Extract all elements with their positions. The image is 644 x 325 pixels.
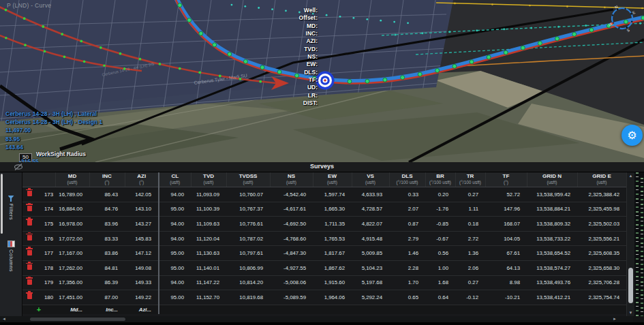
cell-tvd[interactable]: 11,130.63	[191, 246, 226, 261]
cell-dls[interactable]: 1.70	[389, 275, 425, 290]
cell-tvd[interactable]: 11,147.22	[191, 275, 226, 290]
cell-azi[interactable]: 147.12	[125, 246, 159, 261]
cell-cl[interactable]: 95.00	[159, 260, 191, 275]
cell-grid-e[interactable]: 2,325,556.21	[577, 231, 626, 246]
scroll-down-arrow[interactable]: ▼	[627, 311, 634, 315]
settings-button[interactable]: ⚙	[622, 125, 643, 146]
cell-azi[interactable]: 142.05	[125, 187, 159, 202]
delete-row-icon[interactable]	[27, 264, 32, 270]
cell-grid-e[interactable]: 2,325,658.30	[577, 260, 626, 275]
cell-tr[interactable]: 1.36	[455, 246, 485, 261]
delete-row-icon[interactable]	[27, 250, 32, 256]
cell-grid-e[interactable]: 2,325,455.98	[577, 202, 626, 217]
column-header-tr[interactable]: TR(°/100 usft)	[455, 172, 485, 187]
delete-row-icon[interactable]	[27, 294, 32, 299]
cell-vs[interactable]: 4,822.07	[352, 217, 389, 232]
cell-br[interactable]: 1.68	[425, 275, 455, 290]
cell-grid-n[interactable]: 13,538,809.32	[527, 217, 577, 232]
cell-tf[interactable]: 52.72	[485, 187, 527, 202]
column-header-grid-n[interactable]: GRID N(usft)	[527, 172, 577, 187]
filters-tab[interactable]: Filters	[0, 196, 22, 220]
column-header-dls[interactable]: DLS(°/100 usft)	[389, 172, 425, 187]
cell-ew[interactable]: 1,915.60	[313, 275, 352, 290]
cell-br[interactable]: -1.76	[425, 202, 455, 217]
delete-row-icon[interactable]	[27, 279, 32, 285]
cell-tvdss[interactable]: 10,787.02	[226, 231, 270, 246]
cell-ew[interactable]: 1,867.62	[313, 260, 352, 275]
new-row-input-azi[interactable]: Azi...	[125, 305, 159, 314]
cell-cl[interactable]: 94.00	[159, 231, 191, 246]
cell-tvdss[interactable]: 10,760.07	[226, 187, 270, 202]
cell-grid-n[interactable]: 13,538,412.21	[527, 290, 577, 305]
new-row-input-md[interactable]: Md...	[55, 305, 89, 314]
cell-vs[interactable]: 5,104.23	[352, 260, 389, 275]
cell-ew[interactable]: 1,964.06	[313, 290, 352, 305]
columns-tab[interactable]: Columns	[0, 241, 22, 272]
cell-br[interactable]: 0.56	[425, 246, 455, 261]
cell-tf[interactable]: -10.21	[485, 290, 527, 305]
cell-tf[interactable]: 67.61	[485, 246, 527, 261]
cell-tvd[interactable]: 11,152.70	[191, 290, 226, 305]
cell-ns[interactable]: -4,692.50	[270, 217, 313, 232]
vertical-scrollbar[interactable]: ▲ ▼	[626, 172, 634, 316]
column-header-cl[interactable]: CL(usft)	[159, 172, 191, 187]
cell-dls[interactable]: 0.33	[389, 187, 425, 202]
cell-dls[interactable]: 2.79	[389, 231, 425, 246]
cell-tvdss[interactable]: 10,776.61	[226, 217, 270, 232]
cell-tr[interactable]: 0.18	[455, 217, 485, 232]
column-header-br[interactable]: BR(°/100 usft)	[425, 172, 455, 187]
cell-dls[interactable]: 0.87	[389, 217, 425, 232]
cell-grid-n[interactable]: 13,538,733.22	[527, 231, 577, 246]
cell-tf[interactable]: 64.13	[485, 260, 527, 275]
cell-vs[interactable]: 4,633.93	[352, 187, 389, 202]
cell-vs[interactable]: 4,728.57	[352, 202, 389, 217]
cell-tr[interactable]: 2.06	[455, 260, 485, 275]
cell-dls[interactable]: 1.46	[389, 246, 425, 261]
3d-viewport[interactable]: Cerberus Tyler - Marli SU Cerberus 14-28…	[0, 0, 644, 162]
cell-vs[interactable]: 4,915.48	[352, 231, 389, 246]
cell-dls[interactable]: 2.07	[389, 202, 425, 217]
cell-br[interactable]: -0.85	[425, 217, 455, 232]
horizontal-scroll-thumb[interactable]	[30, 318, 125, 321]
cell-grid-n[interactable]: 13,538,959.42	[527, 187, 577, 202]
cell-ns[interactable]: -4,617.61	[270, 202, 313, 217]
cell-cl[interactable]: 94.00	[159, 187, 191, 202]
cell-grid-e[interactable]: 2,325,706.28	[577, 275, 626, 290]
cell-dls[interactable]: 0.65	[389, 290, 425, 305]
cell-vs[interactable]: 5,197.68	[352, 275, 389, 290]
cell-md[interactable]: 17,356.00	[55, 275, 89, 290]
cell-azi[interactable]: 149.08	[125, 260, 159, 275]
column-header-ew[interactable]: EW(usft)	[313, 172, 352, 187]
cell-grid-n[interactable]: 13,538,654.52	[527, 246, 577, 261]
scroll-right-arrow[interactable]: ►	[613, 317, 617, 321]
cell-ns[interactable]: -5,008.06	[270, 275, 313, 290]
cell-grid-e[interactable]: 2,325,754.74	[577, 290, 626, 305]
cell-tf[interactable]: 8.98	[485, 275, 527, 290]
cell-tf[interactable]: 104.05	[485, 231, 527, 246]
cell-tvd[interactable]: 11,100.39	[191, 202, 226, 217]
column-header-grid-e[interactable]: GRID E(usft)	[577, 172, 626, 187]
cell-tvdss[interactable]: 10,814.20	[226, 275, 270, 290]
compass-rose[interactable]: N E S W	[607, 3, 637, 33]
cell-br[interactable]: 0.20	[425, 187, 455, 202]
cell-inc[interactable]: 84.76	[89, 202, 125, 217]
cell-ns[interactable]: -5,089.59	[270, 290, 313, 305]
scroll-left-arrow[interactable]: ◄	[2, 317, 6, 321]
cell-md[interactable]: 17,167.00	[55, 246, 89, 261]
cell-vs[interactable]: 5,292.24	[352, 290, 389, 305]
cell-inc[interactable]: 87.00	[89, 290, 125, 305]
cell-cl[interactable]: 95.00	[159, 246, 191, 261]
cell-azi[interactable]: 149.33	[125, 275, 159, 290]
cell-tvd[interactable]: 11,140.01	[191, 260, 226, 275]
cell-grid-n[interactable]: 13,538,574.27	[527, 260, 577, 275]
cell-cl[interactable]: 94.00	[159, 275, 191, 290]
cell-dls[interactable]: 2.28	[389, 260, 425, 275]
cell-md[interactable]: 16,978.00	[55, 217, 89, 232]
cell-inc[interactable]: 84.81	[89, 260, 125, 275]
cell-ns[interactable]: -4,927.55	[270, 260, 313, 275]
column-header-azi[interactable]: AZI(°)	[125, 172, 159, 187]
cell-tvdss[interactable]: 10,819.68	[226, 290, 270, 305]
delete-row-icon[interactable]	[27, 191, 32, 196]
cell-tr[interactable]: 0.27	[455, 187, 485, 202]
cell-cl[interactable]: 94.00	[159, 217, 191, 232]
